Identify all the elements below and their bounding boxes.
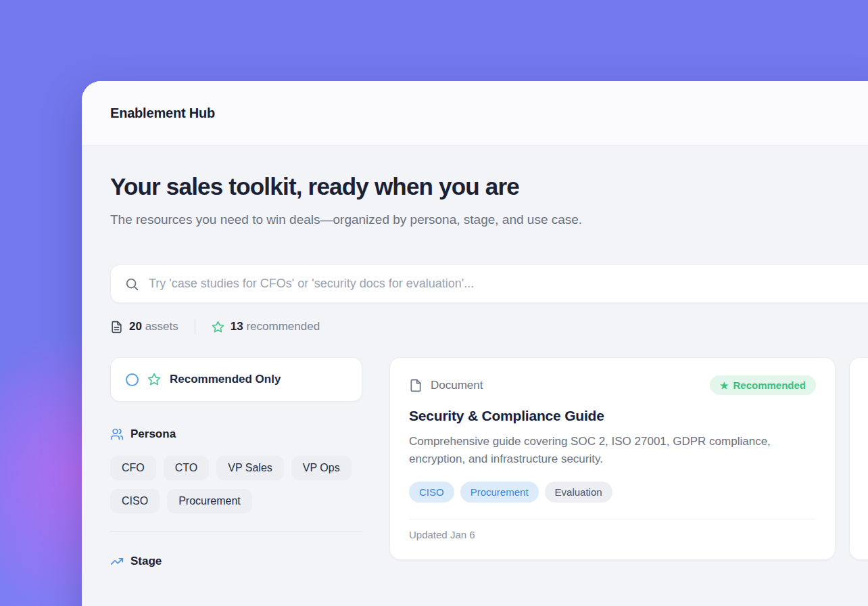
asset-type-label: Document [431, 379, 483, 392]
page-title: Your sales toolkit, ready when you are [110, 173, 868, 200]
panel-content: Your sales toolkit, ready when you are T… [82, 173, 868, 568]
persona-section-header: Persona [110, 427, 362, 441]
asset-title: Security & Compliance Guide [409, 408, 816, 424]
recommended-only-toggle[interactable]: Recommended Only [110, 357, 362, 402]
star-icon: ★ [720, 381, 729, 390]
filters-sidebar: Recommended Only Persona CFO CTO VP Sale… [110, 357, 362, 568]
star-icon [147, 373, 161, 386]
stats-divider [195, 319, 195, 334]
tag-evaluation[interactable]: Evaluation [545, 482, 612, 503]
persona-chips: CFO CTO VP Sales VP Ops CISO Procurement [110, 456, 362, 513]
persona-chip-cfo[interactable]: CFO [110, 456, 156, 480]
assets-label: assets [145, 320, 178, 333]
recommended-count: 13 [231, 320, 243, 333]
asset-type: Document [409, 379, 483, 392]
persona-section-label: Persona [130, 427, 176, 441]
recommended-badge: ★ Recommended [710, 375, 816, 395]
asset-description: Comprehensive guide covering SOC 2, ISO … [409, 433, 815, 468]
persona-chip-ciso[interactable]: CISO [110, 489, 160, 513]
tag-procurement[interactable]: Procurement [460, 482, 539, 503]
persona-chip-vp-sales[interactable]: VP Sales [216, 456, 284, 480]
enablement-hub-panel: Enablement Hub Your sales toolkit, ready… [82, 81, 868, 606]
asset-card-security-compliance-guide[interactable]: Document ★ Recommended Security & Compli… [389, 357, 836, 560]
radio-circle-icon[interactable] [126, 373, 139, 386]
panel-header: Enablement Hub [82, 81, 868, 146]
search-icon [124, 277, 139, 292]
sidebar-divider [110, 531, 362, 532]
recommended-badge-label: Recommended [733, 379, 806, 391]
trending-up-icon [110, 555, 124, 568]
search-bar[interactable] [110, 264, 868, 303]
stage-section-label: Stage [130, 555, 162, 568]
stats-row: 20 assets 13 recommended [110, 319, 868, 334]
persona-chip-procurement[interactable]: Procurement [167, 489, 252, 513]
assets-stat: 20 assets [110, 320, 178, 333]
app-title: Enablement Hub [110, 106, 215, 121]
search-input[interactable] [149, 277, 864, 291]
document-icon [110, 321, 123, 333]
file-icon [409, 379, 423, 392]
recommended-only-label: Recommended Only [170, 373, 281, 386]
recommended-stat: 13 recommended [212, 320, 320, 333]
asset-card-clipped[interactable] [849, 357, 868, 560]
persona-chip-cto[interactable]: CTO [164, 456, 209, 480]
users-icon [110, 427, 124, 441]
asset-updated: Updated Jan 6 [409, 519, 816, 550]
stage-section-header: Stage [110, 555, 362, 568]
star-icon [212, 321, 224, 333]
asset-tags: CISO Procurement Evaluation [409, 482, 816, 503]
asset-cards: Document ★ Recommended Security & Compli… [389, 357, 868, 560]
recommended-label: recommended [246, 320, 320, 333]
tag-ciso[interactable]: CISO [409, 482, 454, 503]
assets-count: 20 [129, 320, 142, 333]
persona-chip-vp-ops[interactable]: VP Ops [291, 456, 352, 480]
page-subtitle: The resources you need to win deals—orga… [110, 210, 583, 229]
